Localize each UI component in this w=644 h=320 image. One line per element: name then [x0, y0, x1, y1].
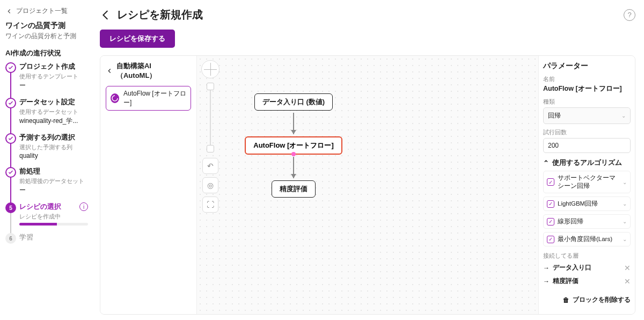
step-number-icon: 6	[5, 233, 16, 244]
zoom-slider[interactable]	[207, 83, 214, 152]
connection-row: → 精度評価 ✕	[543, 274, 631, 288]
remove-connection-button[interactable]: ✕	[624, 264, 631, 272]
progress-heading: AI作成の進行状況	[5, 48, 88, 58]
step-project-create[interactable]: プロジェクト作成 使用するテンプレート ー	[5, 62, 88, 98]
undo-button[interactable]: ↶	[202, 158, 218, 174]
trials-label: 試行回数	[543, 128, 631, 136]
step-sub: 前処理後のデータセット	[19, 177, 88, 185]
step-number-icon: 5	[5, 202, 16, 213]
step-sub: レシピを作成中	[19, 213, 88, 221]
edge	[293, 157, 294, 178]
checkbox-checked-icon[interactable]: ✓	[547, 218, 554, 226]
node-data-inlet[interactable]: データ入り口 (数値)	[254, 93, 333, 111]
output-port[interactable]	[291, 152, 296, 156]
arrow-right-icon: →	[543, 278, 550, 285]
check-icon	[5, 167, 16, 178]
checkbox-checked-icon[interactable]: ✓	[547, 200, 554, 208]
kind-select[interactable]: 回帰 ⌄	[543, 107, 631, 124]
algo-svr[interactable]: ✓ サポートベクターマシーン回帰 ⌄	[543, 171, 631, 193]
panel-title: パラメーター	[543, 61, 631, 71]
chevron-down-icon: ⌄	[623, 201, 627, 207]
step-sub: 選択した予測する列	[19, 143, 88, 151]
chevron-down-icon: ⌄	[623, 179, 627, 185]
autoflow-icon	[111, 93, 119, 103]
step-dataset[interactable]: データセット設定 使用するデータセット winequality-red_学...	[5, 98, 88, 133]
arrow-right-icon: →	[543, 264, 550, 272]
remove-connection-button[interactable]: ✕	[624, 277, 631, 286]
chevron-down-icon: ⌄	[621, 113, 626, 119]
connections-label: 接続してる層	[543, 252, 631, 260]
delete-block-button[interactable]: 🗑 ブロックを削除する	[543, 292, 631, 304]
algo-label: LightGBM回帰	[558, 200, 619, 208]
step-title: 学習	[19, 233, 88, 242]
canvas-tools: ↶ ◎ ⛶	[202, 158, 218, 213]
node-label: AutoFlow [オートフロー]	[253, 141, 333, 149]
main: レシピを新規作成 ? レシピを保存する 自動構築AI（AutoML） AutoF…	[91, 0, 644, 320]
sidebar: プロジェクト一覧 ワインの品質予測 ワインの品質分析と予測 AI作成の進行状況 …	[0, 0, 91, 320]
step-target-column[interactable]: 予測する列の選択 選択した予測する列 quality	[5, 133, 88, 167]
project-title: ワインの品質予測	[5, 21, 88, 31]
pan-wheel[interactable]	[201, 60, 219, 78]
connection-name: データ入り口	[553, 263, 621, 272]
step-title: 予測する列の選択	[19, 133, 88, 142]
algorithms-accordion[interactable]: ⌃ 使用するアルゴリズム	[543, 158, 631, 168]
node-autoflow[interactable]: AutoFlow [オートフロー]	[245, 136, 342, 155]
fit-button[interactable]: ◎	[202, 177, 218, 193]
trials-value: 200	[548, 142, 559, 149]
chevron-down-icon: ⌄	[623, 236, 627, 242]
chevron-down-icon: ⌄	[623, 219, 627, 224]
step-title: レシピの選択	[19, 202, 88, 212]
checkbox-checked-icon[interactable]: ✓	[547, 178, 554, 186]
main-header: レシピを新規作成 ?	[100, 8, 635, 22]
node-evaluation[interactable]: 精度評価	[272, 180, 316, 198]
delete-label: ブロックを削除する	[573, 295, 631, 304]
progress-steps: プロジェクト作成 使用するテンプレート ー データセット設定 使用するデータセッ…	[5, 62, 88, 250]
palette-heading-label: 自動構築AI（AutoML）	[116, 61, 191, 81]
fullscreen-button[interactable]: ⛶	[202, 197, 218, 213]
trials-input[interactable]: 200	[543, 138, 631, 153]
step-value: winequality-red_学...	[19, 117, 88, 126]
step-value: quality	[19, 152, 88, 159]
step-title: データセット設定	[19, 98, 88, 107]
block-palette: 自動構築AI（AutoML） AutoFlow [オートフロー]	[100, 56, 197, 314]
algo-lightgbm[interactable]: ✓ LightGBM回帰 ⌄	[543, 197, 631, 211]
name-label: 名前	[543, 75, 631, 83]
step-title: 前処理	[19, 167, 88, 176]
workspace: 自動構築AI（AutoML） AutoFlow [オートフロー] ↶ ◎ ⛶ デ…	[100, 55, 635, 315]
parameter-panel: パラメーター 名前 AutoFlow [オートフロー] 種類 回帰 ⌄ 試行回数…	[538, 56, 635, 314]
algo-linear[interactable]: ✓ 線形回帰 ⌄	[543, 214, 631, 229]
step-progress-bar	[19, 223, 88, 226]
project-subtitle: ワインの品質分析と予測	[5, 32, 88, 41]
step-title: プロジェクト作成	[19, 62, 88, 71]
node-label: 精度評価	[280, 185, 308, 193]
check-icon	[5, 133, 16, 144]
palette-block-autoflow[interactable]: AutoFlow [オートフロー]	[106, 86, 191, 111]
palette-heading[interactable]: 自動構築AI（AutoML）	[106, 61, 191, 81]
edge	[293, 113, 294, 134]
step-recipe[interactable]: 5 i レシピの選択 レシピを作成中	[5, 202, 88, 233]
back-to-projects[interactable]: プロジェクト一覧	[5, 6, 88, 16]
help-icon[interactable]: ?	[624, 9, 635, 21]
info-icon[interactable]: i	[79, 202, 88, 211]
arrow-left-icon	[5, 8, 13, 15]
flow-canvas[interactable]: ↶ ◎ ⛶ データ入り口 (数値) AutoFlow [オートフロー] 精度評価	[197, 56, 538, 314]
algo-label: 最小角度回帰(Lars)	[558, 235, 619, 243]
algo-lars[interactable]: ✓ 最小角度回帰(Lars) ⌄	[543, 232, 631, 246]
algo-label: サポートベクターマシーン回帰	[558, 174, 619, 190]
step-train: 6 学習	[5, 233, 88, 250]
save-recipe-button[interactable]: レシピを保存する	[100, 30, 175, 48]
back-label: プロジェクト一覧	[16, 6, 68, 16]
chevron-up-icon: ⌃	[543, 159, 549, 167]
algo-label: 線形回帰	[558, 217, 619, 226]
checkbox-checked-icon[interactable]: ✓	[547, 236, 554, 243]
name-value: AutoFlow [オートフロー]	[543, 84, 631, 93]
trash-icon: 🗑	[563, 296, 569, 304]
check-icon	[5, 98, 16, 108]
back-arrow-icon[interactable]	[100, 9, 112, 21]
connection-name: 精度評価	[553, 277, 621, 286]
kind-label: 種類	[543, 98, 631, 106]
step-preprocess[interactable]: 前処理 前処理後のデータセット ー	[5, 167, 88, 202]
kind-value: 回帰	[548, 111, 561, 120]
step-sub: 使用するデータセット	[19, 108, 88, 116]
page-title: レシピを新規作成	[117, 8, 618, 22]
